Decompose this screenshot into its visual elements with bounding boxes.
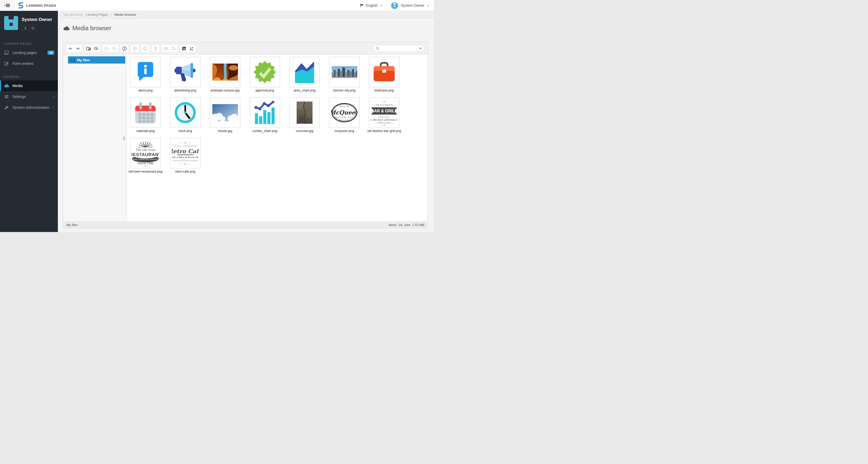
approval-badge-image bbox=[253, 60, 277, 84]
chevron-down-icon: ▾ bbox=[380, 4, 381, 7]
file-item[interactable]: banner-city.png bbox=[329, 57, 360, 92]
folder-open-icon bbox=[104, 46, 109, 51]
resize-button[interactable] bbox=[163, 46, 168, 51]
file-thumbnail: — ··· ★ ··· — THE OLD TOWN FAVORITE Retr… bbox=[170, 138, 200, 168]
file-name: briefcase.png bbox=[374, 89, 394, 92]
app-logo[interactable]: LANDING PAGES bbox=[18, 0, 56, 11]
laptop-icon bbox=[4, 51, 9, 55]
profile-user-button[interactable] bbox=[22, 25, 29, 31]
file-item[interactable]: clouds.jpg bbox=[210, 97, 241, 133]
file-item[interactable]: advertising.png bbox=[170, 57, 201, 92]
new-folder-button[interactable] bbox=[86, 46, 91, 51]
svg-text:··· ★ ···: ··· ★ ··· bbox=[142, 165, 149, 167]
svg-text:fresh coffee brewed daily: fresh coffee brewed daily bbox=[172, 156, 199, 159]
copy-button[interactable] bbox=[143, 46, 148, 51]
file-item[interactable]: clock.png bbox=[170, 97, 201, 133]
area-chart-image bbox=[294, 60, 315, 84]
svg-text:only the best american food: only the best american food bbox=[371, 118, 398, 121]
sidebar-item-settings[interactable]: Settings › bbox=[0, 91, 58, 102]
svg-text:··· ★ ···: ··· ★ ··· bbox=[381, 101, 387, 102]
tree-item-label: My files bbox=[77, 58, 90, 62]
file-item[interactable]: approval.png bbox=[249, 57, 280, 92]
file-name: clouds.jpg bbox=[218, 129, 232, 133]
file-item[interactable]: The Old Town RESTAURANT FAMILY OWNED AND… bbox=[130, 138, 161, 173]
file-item[interactable]: combo_chart.png bbox=[249, 97, 280, 133]
sidebar-item-form-entries[interactable]: Form entries bbox=[0, 58, 58, 69]
breadcrumb: You are here: Landing Pages › Media brow… bbox=[58, 11, 434, 19]
svg-text:EST. 1933: EST. 1933 bbox=[339, 119, 349, 121]
breadcrumb-link-landing-pages[interactable]: Landing Pages bbox=[86, 13, 108, 17]
folder-tree-panel: My files bbox=[63, 55, 127, 221]
language-menu[interactable]: English ▾ bbox=[360, 3, 381, 7]
file-name: antelope-canyon.jpg bbox=[211, 89, 240, 92]
sort-button[interactable]: A Z bbox=[189, 46, 194, 51]
file-item[interactable]: antelope-canyon.jpg bbox=[210, 57, 241, 92]
sidebar-section-general: GENERAL bbox=[0, 75, 58, 78]
crop-button[interactable] bbox=[171, 46, 176, 51]
file-item[interactable]: calendar.png bbox=[130, 97, 161, 133]
download-button[interactable] bbox=[112, 46, 117, 51]
sidebar-item-system-administration[interactable]: System Administration › bbox=[0, 102, 58, 113]
delete-button[interactable] bbox=[153, 46, 158, 51]
svg-text:··· SERVING ···: ··· SERVING ··· bbox=[374, 116, 394, 118]
restaurant-badge-image: The Old Town RESTAURANT FAMILY OWNED AND… bbox=[131, 139, 159, 167]
file-thumbnail bbox=[130, 97, 161, 128]
panel-resize-handle[interactable] bbox=[123, 136, 125, 140]
file-item[interactable]: about.png bbox=[130, 57, 161, 92]
svg-text:— THE OLD FASHION —: — THE OLD FASHION — bbox=[373, 104, 396, 106]
user-label: System Owner bbox=[401, 3, 425, 7]
search-icon bbox=[376, 47, 379, 51]
clear-search-icon[interactable]: × bbox=[419, 47, 422, 51]
svg-text:— OPEN 24 HRS —: — OPEN 24 HRS — bbox=[375, 122, 393, 124]
file-item[interactable]: GENUINE McQueen MOTOR OIL EST. 1933 mcqu… bbox=[329, 97, 360, 133]
cloud-upload-icon bbox=[94, 46, 99, 51]
status-bar: My files items: 16, size: 1.02 MB bbox=[63, 221, 428, 228]
sidebar-item-label: Settings bbox=[12, 95, 26, 99]
sidebar-item-media[interactable]: Media bbox=[0, 80, 58, 91]
open-folder-button[interactable] bbox=[104, 46, 109, 51]
svg-text:Retro Cafe: Retro Cafe bbox=[172, 148, 199, 154]
logout-button[interactable] bbox=[29, 25, 36, 31]
info-button[interactable] bbox=[122, 46, 127, 51]
tree-item-my-files[interactable]: My files bbox=[68, 56, 125, 64]
back-button[interactable] bbox=[68, 46, 73, 51]
profile-buttons bbox=[22, 25, 37, 31]
file-thumbnail bbox=[210, 97, 240, 128]
user-icon bbox=[24, 26, 27, 30]
forward-button[interactable] bbox=[75, 46, 81, 51]
file-manager-body: My files about.pn bbox=[63, 55, 428, 221]
status-items-summary: items: 16, size: 1.02 MB bbox=[389, 223, 425, 227]
file-item[interactable]: ··· ★ ··· — THE OLD FASHION — BAR & GRIL… bbox=[369, 97, 400, 133]
file-thumbnail bbox=[130, 57, 161, 87]
sidebar-item-landing-pages[interactable]: Landing pages 10 bbox=[0, 47, 58, 58]
search-input[interactable] bbox=[381, 47, 418, 51]
file-thumbnail bbox=[170, 57, 200, 87]
svg-text:BAR & GRILL: BAR & GRILL bbox=[371, 109, 397, 113]
preview-button[interactable] bbox=[132, 46, 137, 51]
user-menu[interactable]: System Owner ▾ bbox=[391, 2, 429, 9]
quicklook-icon bbox=[132, 46, 137, 51]
language-label: English bbox=[366, 3, 378, 7]
media-browser-widget: A Z × bbox=[63, 42, 428, 228]
sidebar-profile: System Owner bbox=[0, 11, 58, 36]
file-item[interactable]: area_chart.png bbox=[289, 57, 320, 92]
profile-name: System Owner bbox=[22, 17, 52, 22]
breadcrumb-separator: › bbox=[111, 13, 112, 17]
profile-logo-icon bbox=[4, 16, 18, 30]
file-item[interactable]: briefcase.png bbox=[369, 57, 400, 92]
wrench-icon bbox=[4, 105, 9, 110]
resize-icon bbox=[163, 46, 168, 51]
main-content: You are here: Landing Pages › Media brow… bbox=[58, 11, 434, 232]
brand-s-icon bbox=[18, 2, 24, 9]
flag-icon bbox=[360, 4, 364, 7]
view-mode-button[interactable] bbox=[181, 46, 187, 51]
svg-text:THE OLD TOWN FAVORITE: THE OLD TOWN FAVORITE bbox=[173, 145, 197, 147]
file-name: combo_chart.png bbox=[252, 129, 277, 133]
cloud-outline-icon bbox=[70, 58, 75, 62]
file-item[interactable]: — ··· ★ ··· — THE OLD TOWN FAVORITE Retr… bbox=[170, 138, 201, 173]
file-item[interactable]: concrete.jpg bbox=[289, 97, 320, 133]
city-skyline-photo-image bbox=[332, 66, 357, 78]
upload-button[interactable] bbox=[94, 46, 99, 51]
sidebar-toggle-button[interactable] bbox=[0, 0, 14, 11]
power-icon bbox=[31, 26, 35, 30]
